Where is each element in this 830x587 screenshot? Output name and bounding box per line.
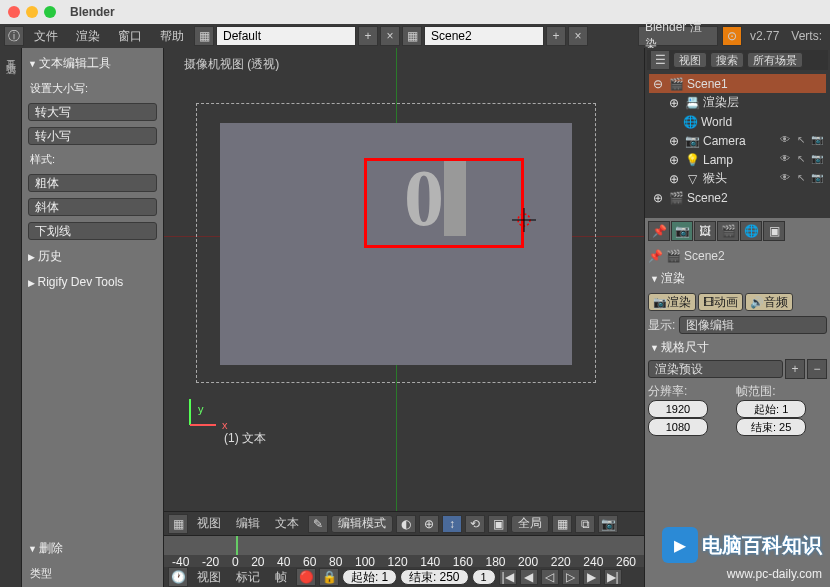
autokey-icon[interactable]: 🔴 bbox=[296, 568, 316, 586]
audio-button[interactable]: 🔊音频 bbox=[745, 293, 793, 311]
manipulator-scale-icon[interactable]: ▣ bbox=[488, 515, 508, 533]
next-keyframe-icon[interactable]: ▶ bbox=[583, 569, 601, 585]
italic-button[interactable]: 斜体 bbox=[28, 198, 157, 216]
outliner-editor-icon[interactable]: ☰ bbox=[650, 50, 670, 70]
minimize-window-icon[interactable] bbox=[26, 6, 38, 18]
tree-lamp[interactable]: ⊕💡Lamp👁↖📷 bbox=[649, 150, 826, 169]
pin-icon[interactable]: 📌 bbox=[648, 249, 662, 263]
play-icon[interactable]: ▷ bbox=[562, 569, 580, 585]
jump-start-icon[interactable]: |◀ bbox=[499, 569, 517, 585]
tl-menu-marker[interactable]: 标记 bbox=[230, 567, 266, 588]
jump-end-icon[interactable]: ▶| bbox=[604, 569, 622, 585]
tl-menu-view[interactable]: 视图 bbox=[191, 567, 227, 588]
res-x-field[interactable]: 1920 bbox=[648, 400, 708, 418]
mode-icon[interactable]: ✎ bbox=[308, 515, 328, 533]
layers-icon[interactable]: ▦ bbox=[552, 515, 572, 533]
snap-icon[interactable]: ⧉ bbox=[575, 515, 595, 533]
to-lower-button[interactable]: 转小写 bbox=[28, 127, 157, 145]
timeline-editor-icon[interactable]: 🕐 bbox=[168, 567, 188, 587]
tree-scene2[interactable]: ⊕🎬Scene2 bbox=[649, 188, 826, 207]
tree-scene1[interactable]: ⊖🎬Scene1 bbox=[649, 74, 826, 93]
tl-menu-frame[interactable]: 帧 bbox=[269, 567, 293, 588]
close-window-icon[interactable] bbox=[8, 6, 20, 18]
preset-add-icon[interactable]: + bbox=[785, 359, 805, 379]
lock-icon[interactable]: 🔒 bbox=[319, 568, 339, 586]
play-reverse-icon[interactable]: ◁ bbox=[541, 569, 559, 585]
pivot-icon[interactable]: ⊕ bbox=[419, 515, 439, 533]
camera-view-label: 摄像机视图 (透视) bbox=[184, 56, 279, 73]
render-button[interactable]: 📷渲染 bbox=[648, 293, 696, 311]
mode-select[interactable]: 编辑模式 bbox=[331, 515, 393, 533]
panel-render[interactable]: 渲染 bbox=[648, 267, 827, 290]
frame-start-field[interactable]: 起始: 1 bbox=[736, 400, 806, 418]
tab-render-active-icon[interactable]: 📷 bbox=[671, 221, 693, 241]
panel-text-tools[interactable]: 文本编辑工具 bbox=[26, 52, 159, 75]
tab-world-icon[interactable]: 🌐 bbox=[740, 221, 762, 241]
render-engine-select[interactable]: Blender 渲染 bbox=[638, 26, 718, 46]
3d-menu-edit[interactable]: 编辑 bbox=[230, 513, 266, 534]
screen-delete-icon[interactable]: × bbox=[380, 26, 400, 46]
lamp-icon: 💡 bbox=[685, 153, 699, 167]
tab-scene-icon[interactable]: 🎬 bbox=[717, 221, 739, 241]
menu-file[interactable]: 文件 bbox=[26, 26, 66, 47]
current-frame-field[interactable]: 1 bbox=[472, 569, 496, 585]
timeline-cursor[interactable] bbox=[236, 536, 238, 555]
screen-add-icon[interactable]: + bbox=[358, 26, 378, 46]
render-preview-icon[interactable]: 📷 bbox=[598, 515, 618, 533]
tab-layers-icon[interactable]: 🖼 bbox=[694, 221, 716, 241]
menu-render[interactable]: 渲染 bbox=[68, 26, 108, 47]
underline-button[interactable]: 下划线 bbox=[28, 222, 157, 240]
outliner-filter[interactable]: 所有场景 bbox=[747, 52, 803, 68]
tree-camera[interactable]: ⊕📷Camera👁↖📷 bbox=[649, 131, 826, 150]
end-frame-field[interactable]: 结束: 250 bbox=[400, 569, 468, 585]
menu-window[interactable]: 窗口 bbox=[110, 26, 150, 47]
editor-type-icon[interactable]: ▦ bbox=[168, 514, 188, 534]
watermark-url: www.pc-daily.com bbox=[727, 567, 822, 581]
viewport-shading-icon[interactable]: ◐ bbox=[396, 515, 416, 533]
start-frame-field[interactable]: 起始: 1 bbox=[342, 569, 397, 585]
scene-browse-icon[interactable]: ▦ bbox=[402, 26, 422, 46]
to-upper-button[interactable]: 转大写 bbox=[28, 103, 157, 121]
3d-menu-text[interactable]: 文本 bbox=[269, 513, 305, 534]
scene-add-icon[interactable]: + bbox=[546, 26, 566, 46]
scene-delete-icon[interactable]: × bbox=[568, 26, 588, 46]
panel-delete[interactable]: 删除 bbox=[26, 537, 159, 560]
frame-end-field[interactable]: 结束: 25 bbox=[736, 418, 806, 436]
tab-render-icon[interactable]: 📌 bbox=[648, 221, 670, 241]
tab-object-icon[interactable]: ▣ bbox=[763, 221, 785, 241]
style-label: 样式: bbox=[26, 150, 159, 169]
tree-monkey[interactable]: ⊕▽猴头👁↖📷 bbox=[649, 169, 826, 188]
tree-renderlayers[interactable]: ⊕📇渲染层 bbox=[649, 93, 826, 112]
screen-layout-field[interactable]: Default bbox=[216, 26, 356, 46]
res-y-field[interactable]: 1080 bbox=[648, 418, 708, 436]
scene-field[interactable]: Scene2 bbox=[424, 26, 544, 46]
manipulator-rotate-icon[interactable]: ⟲ bbox=[465, 515, 485, 533]
preset-remove-icon[interactable]: − bbox=[807, 359, 827, 379]
render-preset-select[interactable]: 渲染预设 bbox=[648, 360, 783, 378]
screen-browse-icon[interactable]: ▦ bbox=[194, 26, 214, 46]
menu-help[interactable]: 帮助 bbox=[152, 26, 192, 47]
animation-button[interactable]: 🎞动画 bbox=[698, 293, 743, 311]
prev-keyframe-icon[interactable]: ◀ bbox=[520, 569, 538, 585]
select-icon: ↖ bbox=[794, 134, 808, 148]
layers-icon: 📇 bbox=[685, 96, 699, 110]
display-mode-select[interactable]: 图像编辑 bbox=[679, 316, 827, 334]
annotation-highlight bbox=[364, 158, 524, 248]
3d-cursor-icon bbox=[512, 208, 536, 232]
outliner-menu-view[interactable]: 视图 bbox=[673, 52, 707, 68]
orientation-select[interactable]: 全局 bbox=[511, 515, 549, 533]
3d-menu-view[interactable]: 视图 bbox=[191, 513, 227, 534]
info-editor-icon[interactable]: ⓘ bbox=[4, 26, 24, 46]
timeline-area[interactable]: -40-200204060801001201401601802002202402… bbox=[164, 535, 644, 587]
outliner-search[interactable]: 搜索 bbox=[710, 52, 744, 68]
context-scene-label: Scene2 bbox=[684, 249, 725, 263]
panel-dimensions[interactable]: 规格尺寸 bbox=[648, 336, 827, 359]
manipulator-translate-icon[interactable]: ↕ bbox=[442, 515, 462, 533]
panel-history[interactable]: 历史 bbox=[26, 245, 159, 268]
tree-world[interactable]: 🌐World bbox=[649, 112, 826, 131]
3d-viewport[interactable]: 摄像机视图 (透视) 0 y x (1) 文本 bbox=[164, 48, 644, 511]
panel-rigify[interactable]: Rigify Dev Tools bbox=[26, 272, 159, 292]
scene-icon: 🎬 bbox=[669, 77, 683, 91]
maximize-window-icon[interactable] bbox=[44, 6, 56, 18]
bold-button[interactable]: 粗体 bbox=[28, 174, 157, 192]
